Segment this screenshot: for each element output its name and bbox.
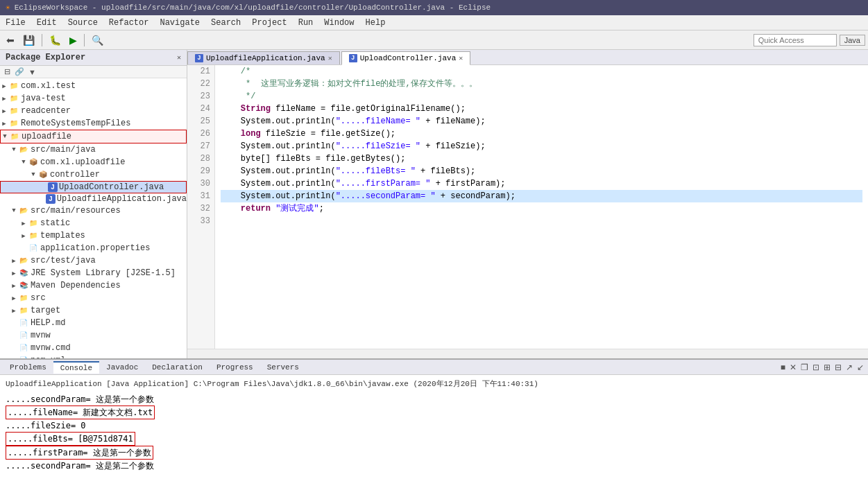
tree-arrow-controller[interactable]: ▼ — [29, 171, 37, 178]
bottom-action-btn-1[interactable]: ✕ — [788, 363, 798, 372]
toolbar-btn-search[interactable]: 🔍 — [88, 33, 107, 47]
menu-item-window[interactable]: Window — [318, 17, 359, 29]
bottom-tab-declaration[interactable]: Declaration — [145, 362, 210, 373]
editor-tab-UploadController[interactable]: JUploadController.java ✕ — [341, 51, 471, 65]
menu-item-file[interactable]: File — [0, 17, 31, 29]
tree-item-com-xl-uploadfile[interactable]: ▼📦com.xl.uploadfile — [0, 156, 187, 168]
bottom-action-btn-0[interactable]: ■ — [779, 363, 787, 372]
menu-item-help[interactable]: Help — [360, 17, 391, 29]
tree-arrow-src-test-java[interactable]: ▶ — [10, 257, 18, 265]
tree-arrow-java-test[interactable]: ▶ — [0, 95, 8, 103]
editor-tab-UploadfileApplication[interactable]: JUploadfileApplication.java ✕ — [187, 51, 340, 64]
bottom-action-btn-7[interactable]: ↙ — [856, 363, 865, 372]
bottom-tab-javadoc[interactable]: Javadoc — [99, 362, 145, 373]
bottom-tab-servers[interactable]: Servers — [260, 362, 306, 373]
tree-arrow-static[interactable]: ▶ — [19, 220, 28, 227]
console-content[interactable]: UploadfileApplication [Java Application]… — [0, 375, 868, 497]
line-number-28: 28 — [192, 152, 210, 165]
tree-item-mvnw[interactable]: 📄mvnw — [0, 329, 187, 342]
tree-arrow-com-xl-test[interactable]: ▶ — [0, 82, 8, 90]
bottom-action-btn-2[interactable]: ❒ — [799, 363, 810, 372]
tab-label: UploadfileApplication.java — [206, 54, 325, 62]
tree-item-RemoteSystemsTempFiles[interactable]: ▶📁RemoteSystemsTempFiles — [0, 117, 187, 130]
tree-item-readcenter[interactable]: ▶📁readcenter — [0, 105, 187, 117]
toolbar-btn-debug[interactable]: 🐛 — [46, 33, 65, 47]
tree-item-target[interactable]: ▶📁target — [0, 304, 187, 317]
horizontal-scrollbar[interactable] — [187, 349, 868, 358]
tree-icon-java: J — [46, 194, 56, 204]
line-number-24: 24 — [192, 103, 210, 115]
menu-item-source[interactable]: Source — [62, 17, 103, 29]
link-editor-btn[interactable]: 🔗 — [13, 67, 26, 76]
tree-item-application-properties[interactable]: 📄application.properties — [0, 242, 187, 254]
tree-item-controller[interactable]: ▼📦controller — [0, 168, 187, 181]
tab-close-btn[interactable]: ✕ — [328, 54, 332, 62]
bottom-action-btn-5[interactable]: ⊟ — [833, 363, 843, 372]
collapse-all-btn[interactable]: ⊟ — [3, 67, 12, 76]
tree-arrow-src-main-resources[interactable]: ▼ — [10, 207, 18, 214]
bottom-tabs: ProblemsConsoleJavadocDeclarationProgres… — [0, 360, 868, 375]
package-explorer-panel: Package Explorer ✕ ⊟ 🔗 ▼ ▶📁com.xl.test▶📁… — [0, 50, 187, 358]
tree-arrow-readcenter[interactable]: ▶ — [0, 107, 8, 115]
tree-arrow-uploadfile[interactable]: ▼ — [1, 133, 9, 140]
tree-arrow-src[interactable]: ▶ — [10, 295, 18, 302]
toolbar-btn-2[interactable]: 💾 — [19, 33, 38, 47]
tree-icon-folder: 📁 — [18, 305, 29, 316]
tree-item-templates[interactable]: ▶📁templates — [0, 229, 187, 242]
tree-item-UploadController-java[interactable]: JUploadController.java — [0, 181, 187, 193]
tree-item-src[interactable]: ▶📁src — [0, 292, 187, 304]
toolbar-btn-run[interactable]: ▶ — [66, 33, 80, 47]
tab-java-icon: J — [349, 54, 357, 62]
menu-item-project[interactable]: Project — [246, 17, 292, 29]
tree-icon-file: 📄 — [18, 342, 29, 354]
code-line-28: byte[] fileBts = file.getBytes(); — [221, 152, 862, 165]
menu-item-search[interactable]: Search — [205, 17, 246, 29]
tree-icon-folder: 📁 — [28, 230, 39, 241]
tree-label: com.xl.uploadfile — [40, 157, 125, 167]
tree-arrow-JRE-System-Library[interactable]: ▶ — [10, 270, 18, 277]
tree-item-uploadfile[interactable]: ▼📁uploadfile — [0, 130, 187, 143]
tree-arrow-Maven-Dependencies[interactable]: ▶ — [10, 282, 18, 290]
bottom-action-btn-3[interactable]: ⊡ — [811, 363, 821, 372]
tree-item-mvnw-cmd[interactable]: 📄mvnw.cmd — [0, 342, 187, 354]
bottom-action-btn-4[interactable]: ⊞ — [822, 363, 832, 372]
tree-item-src-main-java[interactable]: ▼📂src/main/java — [0, 143, 187, 156]
tree-item-HELP-md[interactable]: 📄HELP.md — [0, 317, 187, 329]
menu-item-refactor[interactable]: Refactor — [103, 17, 155, 29]
tree-arrow-RemoteSystemsTempFiles[interactable]: ▶ — [0, 120, 8, 128]
toolbar-btn-1[interactable]: ⬅ — [3, 33, 18, 47]
console-line: .....fileSzie= 0 — [6, 419, 862, 432]
tree-item-UploadfileApplication-java[interactable]: JUploadfileApplication.java — [0, 193, 187, 204]
console-line: .....fileBts= [B@751d8741 — [6, 432, 862, 446]
perspective-java-btn[interactable]: Java — [840, 35, 865, 46]
bottom-tab-problems[interactable]: Problems — [3, 362, 53, 373]
tree-label: application.properties — [40, 243, 150, 253]
menu-item-run[interactable]: Run — [293, 17, 319, 29]
close-panel-icon[interactable]: ✕ — [177, 53, 181, 62]
tree-arrow-com-xl-uploadfile[interactable]: ▼ — [19, 159, 28, 166]
menu-item-navigate[interactable]: Navigate — [154, 17, 205, 29]
tree-item-Maven-Dependencies[interactable]: ▶📚Maven Dependencies — [0, 279, 187, 292]
tree-item-java-test[interactable]: ▶📁java-test — [0, 92, 187, 105]
tree-arrow-templates[interactable]: ▶ — [19, 232, 28, 240]
tree-item-src-test-java[interactable]: ▶📂src/test/java — [0, 254, 187, 267]
bottom-tab-console[interactable]: Console — [53, 361, 99, 374]
menu-item-edit[interactable]: Edit — [31, 17, 62, 29]
tab-close-btn[interactable]: ✕ — [459, 54, 463, 62]
tree-icon-folder: 📁 — [18, 293, 29, 304]
menu-bar: FileEditSourceRefactorNavigateSearchProj… — [0, 15, 868, 30]
bottom-tab-progress[interactable]: Progress — [210, 362, 260, 373]
view-menu-btn[interactable]: ▼ — [27, 68, 37, 76]
console-line: .....secondParam= 这是第二个参数 — [6, 460, 862, 472]
code-content[interactable]: /* * 这里写业务逻辑：如对文件file的处理,保存文件等。。。 */ Str… — [215, 65, 868, 349]
tree-item-JRE-System-Library[interactable]: ▶📚JRE System Library [J2SE-1.5] — [0, 267, 187, 279]
tree-item-src-main-resources[interactable]: ▼📂src/main/resources — [0, 204, 187, 217]
tree-arrow-src-main-java[interactable]: ▼ — [10, 146, 18, 153]
tree-label: target — [31, 306, 60, 315]
quick-access-input[interactable] — [754, 34, 837, 46]
console-line: .....fileName= 新建文本文档.txt — [6, 406, 862, 419]
tree-item-com-xl-test[interactable]: ▶📁com.xl.test — [0, 80, 187, 92]
tree-arrow-target[interactable]: ▶ — [10, 307, 18, 315]
bottom-action-btn-6[interactable]: ↗ — [844, 363, 854, 372]
tree-item-static[interactable]: ▶📁static — [0, 217, 187, 229]
